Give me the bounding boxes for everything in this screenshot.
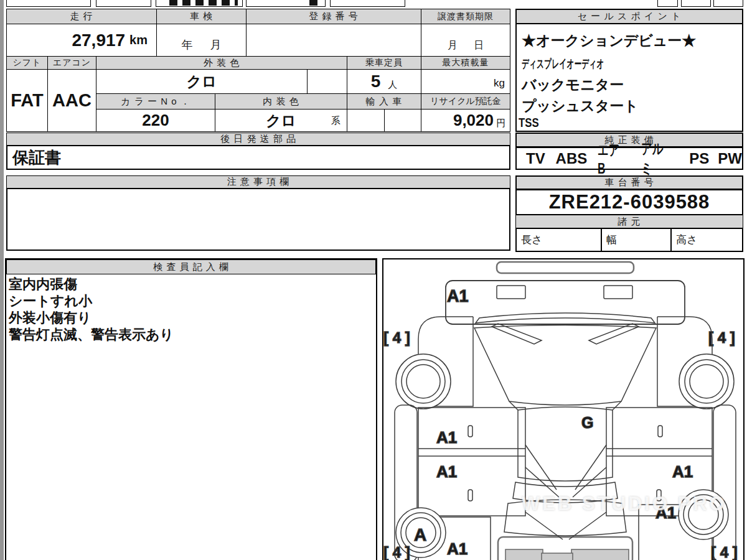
left-doors — [418, 408, 525, 516]
equip-airbag: エアB — [598, 140, 627, 177]
tire-front-left: [ 4 ] — [383, 329, 410, 346]
mark-wheel-rear-left: A — [414, 525, 426, 544]
inspector-line: 外装小傷有り — [9, 309, 370, 326]
sales-point-3: バックモニター — [522, 75, 624, 95]
tail-lamp-left — [505, 549, 543, 560]
shaken-value: 年月 — [156, 24, 247, 57]
notes-body — [6, 188, 510, 251]
sales-point-1: ★オークションデビュー★ — [522, 31, 696, 50]
equip-pw: PW — [718, 150, 742, 167]
handle-front-left — [468, 426, 472, 437]
interior-color-header: 内 装 色 — [215, 93, 347, 110]
specs-header: 諸 元 — [515, 215, 743, 228]
sales-point-2: ディスプレイオーディオ — [522, 56, 654, 72]
inspector-line: 室内内張傷 — [9, 276, 370, 292]
equipment-value: TV ABS エアB アルミ PS PW — [515, 147, 743, 170]
front-bumper — [497, 262, 634, 273]
capacity-header: 乗車定員 — [347, 56, 421, 70]
roof — [518, 407, 613, 481]
mark-door-front-left: A1 — [436, 428, 457, 447]
mileage-unit: km — [129, 33, 148, 47]
equip-ps: PS — [689, 150, 709, 167]
chassis-header: 車 台 番 号 — [515, 175, 743, 190]
mileage-number: 27,917 — [72, 30, 125, 50]
sales-points-header: セ ー ル ス ポ イ ン ト — [515, 9, 743, 24]
mileage-header: 走 行 — [6, 9, 157, 24]
import-header: 輸 入 車 — [347, 93, 421, 110]
import-value-left — [347, 109, 385, 132]
inspector-line: 警告灯点滅、警告表示あり — [9, 326, 370, 343]
mileage-value: 27,917 km — [6, 24, 157, 57]
shift-header: シフト — [6, 56, 48, 70]
sales-point-5: TSS — [519, 115, 544, 130]
front-left-wheel — [396, 354, 451, 409]
recycle-header: リサイクル預託金 — [421, 93, 510, 110]
headlight-right — [604, 286, 632, 299]
color-no-value: 220 — [96, 109, 215, 132]
payload-header: 最大積載量 — [421, 56, 510, 70]
tire-front-right: [ 4 ] — [708, 329, 735, 346]
headlight-left — [497, 286, 525, 299]
color-no-header: カ ラ ー N o ． — [96, 93, 215, 110]
spec-length-cell: 長さ — [515, 228, 602, 252]
later-parts-header: 後 日 発 送 部 品 — [6, 133, 510, 146]
equip-abs: ABS — [556, 150, 588, 167]
mark-quarter-rear-left: A1 — [447, 539, 467, 558]
registration-header: 登 録 番 号 — [246, 9, 421, 24]
later-parts-value: 保証書 — [6, 145, 510, 170]
shaken-header: 車 検 — [156, 9, 247, 24]
windshield — [474, 325, 656, 406]
mark-glass: G — [581, 414, 593, 431]
exterior-color-header: 外 装 色 — [96, 56, 347, 70]
deadline-header: 譲渡書類期限 — [421, 9, 510, 24]
notes-header: 注 意 事 項 欄 — [6, 175, 510, 189]
mark-door-rear-right: A1 — [672, 462, 693, 481]
tail-center — [542, 553, 573, 560]
tire-rear-right: [ 4 ] — [711, 544, 738, 560]
cutoff-glyphs — [169, 0, 238, 6]
interior-color-suffix: 系 — [331, 115, 341, 127]
left-margin-strip — [0, 0, 4, 560]
spec-width-cell: 幅 — [601, 228, 672, 252]
handle-front-right — [658, 426, 662, 437]
import-value-right — [384, 109, 421, 132]
tire-rear-left: [ 4 ] — [383, 544, 410, 560]
shift-value: FAT — [6, 69, 48, 132]
mark-door-rear-left: A1 — [436, 462, 457, 481]
payload-value: kg — [421, 69, 510, 94]
interior-color-value: クロ 系 — [215, 109, 347, 132]
inspector-line: シートすれ小 — [9, 292, 370, 309]
capacity-value: 5 人 — [347, 69, 421, 94]
mark-hood: A1 — [447, 287, 469, 306]
equip-tv: TV — [526, 150, 545, 167]
chassis-value: ZRE212-6039588 — [515, 189, 743, 215]
handle-rear-left — [468, 490, 472, 501]
right-rocker — [713, 405, 736, 560]
sales-point-4: プッシュスタート — [522, 96, 639, 116]
equip-alloy: アルミ — [641, 139, 674, 179]
inspector-notes: 室内内張傷 シートすれ小 外装小傷有り 警告灯点滅、警告表示あり — [9, 276, 370, 343]
registration-value — [246, 24, 421, 57]
spec-height-cell: 高さ — [670, 228, 743, 252]
watermark: WEB STUDIO PRO — [522, 493, 727, 515]
recycle-value: 9,020 円 — [421, 109, 510, 132]
deadline-value: 月日 — [421, 24, 510, 57]
aircon-header: エアコン — [47, 56, 96, 70]
aircon-value: AAC — [47, 69, 96, 132]
exterior-color-spare-cell — [307, 69, 347, 94]
tail-lamp-right — [571, 549, 629, 560]
exterior-color-value: クロ — [96, 69, 308, 94]
cowl — [476, 313, 655, 323]
equipment-header: 純 正 装 備 — [515, 133, 743, 147]
auction-sheet: 走 行 車 検 登 録 番 号 譲渡書類期限 27,917 km 年月 月日 シ… — [0, 0, 747, 560]
inspector-header: 検 査 員 記 入 欄 — [6, 259, 376, 274]
front-right-wheel — [679, 354, 734, 409]
